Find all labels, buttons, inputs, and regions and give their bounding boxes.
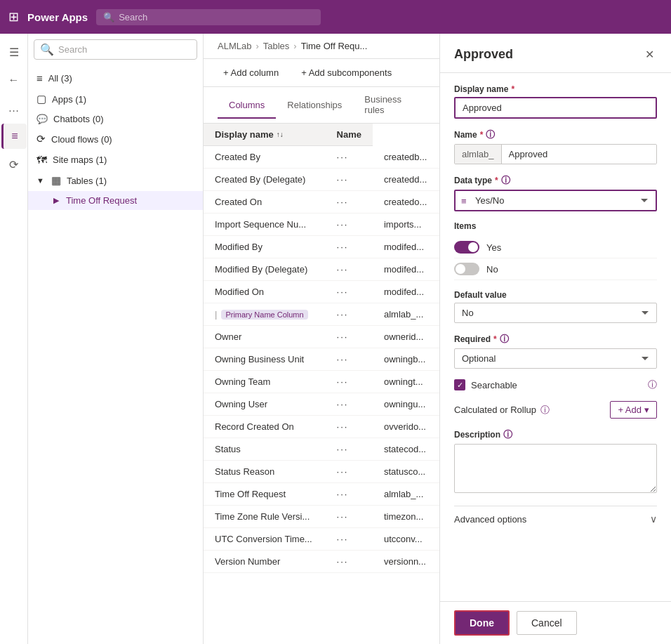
- table-cell-name: statusco...: [373, 461, 439, 483]
- add-calc-button[interactable]: + Add ▾: [610, 401, 657, 419]
- sidebar-item-apps[interactable]: ▢ Apps (1): [28, 88, 203, 110]
- table-cell-dots[interactable]: ···: [326, 236, 373, 258]
- table-cell-dots[interactable]: ···: [326, 326, 373, 348]
- table-cell-display-name: Import Sequence Nu...: [204, 213, 326, 236]
- content-area: ALMLab › Tables › Time Off Requ... + Add…: [204, 34, 439, 644]
- breadcrumb-almlab[interactable]: ALMLab: [218, 41, 251, 51]
- table-cell-dots[interactable]: ···: [326, 483, 373, 506]
- name-info-icon[interactable]: ⓘ: [486, 129, 495, 141]
- topbar-search-input[interactable]: [119, 12, 314, 22]
- toggle-yes-thumb: [468, 242, 478, 252]
- col-header-name[interactable]: Name: [326, 124, 373, 146]
- toggle-no[interactable]: [454, 263, 479, 275]
- sidebar-item-time-off-request[interactable]: ▶ Time Off Request: [28, 191, 203, 210]
- table-cell-dots[interactable]: ···: [326, 258, 373, 281]
- default-value-select[interactable]: No Yes: [454, 303, 657, 323]
- table-row: Created By (Delegate)···createdd...: [204, 169, 439, 191]
- breadcrumb-tables[interactable]: Tables: [263, 41, 290, 51]
- col-header-display-name[interactable]: Display name ↑↓: [204, 124, 326, 146]
- table-cell-dots[interactable]: ···: [326, 461, 373, 483]
- tab-bar: Columns Relationships Business rules: [204, 87, 439, 124]
- breadcrumb-sep1: ›: [255, 41, 258, 51]
- display-name-input[interactable]: [454, 97, 657, 119]
- table-row: Owning Team···owningt...: [204, 371, 439, 393]
- breadcrumb: ALMLab › Tables › Time Off Requ...: [204, 34, 439, 59]
- tab-business-rules[interactable]: Business rules: [353, 87, 425, 124]
- data-type-select[interactable]: Yes/No Text Whole Number Date only Date …: [454, 190, 657, 211]
- toggle-no-row: No: [454, 258, 657, 280]
- table-row: Owning User···owningu...: [204, 393, 439, 416]
- table-container: Display name ↑↓ Name Created By···create…: [204, 124, 439, 644]
- required-asterisk: *: [493, 334, 497, 344]
- table-cell-dots[interactable]: ···: [326, 528, 373, 551]
- add-column-button[interactable]: + Add column: [218, 65, 284, 81]
- sidebar-search-input[interactable]: [58, 44, 191, 55]
- table-cell-dots[interactable]: ···: [326, 551, 373, 573]
- table-cell-dots[interactable]: ···: [326, 438, 373, 461]
- name-input[interactable]: [502, 145, 656, 164]
- sidebar-search-box[interactable]: 🔍: [34, 39, 197, 60]
- table-cell-dots[interactable]: ···: [326, 281, 373, 303]
- cancel-button[interactable]: Cancel: [517, 611, 577, 635]
- table-cell-name: owningu...: [373, 393, 439, 416]
- app-title: Power Apps: [27, 11, 88, 23]
- description-info-icon[interactable]: ⓘ: [503, 428, 512, 441]
- table-cell-name: almlab_...: [373, 483, 439, 506]
- done-button[interactable]: Done: [454, 610, 510, 636]
- sidebar-item-chatbots[interactable]: 💬 Chatbots (0): [28, 110, 203, 129]
- table-cell-dots[interactable]: ···: [326, 506, 373, 528]
- icon-bar-menu[interactable]: ☰: [1, 39, 27, 65]
- icon-bar-dots[interactable]: …: [1, 96, 27, 121]
- table-cell-dots[interactable]: ···: [326, 303, 373, 326]
- table-cell-dots[interactable]: ···: [326, 393, 373, 416]
- table-cell-name: statecod...: [373, 438, 439, 461]
- table-cell-display-name: Modified By: [204, 236, 326, 258]
- required-info-icon[interactable]: ⓘ: [500, 333, 509, 346]
- name-input-group: almlab_: [454, 144, 657, 164]
- description-textarea[interactable]: [454, 444, 657, 493]
- table-cell-dots[interactable]: ···: [326, 416, 373, 438]
- required-select[interactable]: Optional Business Required Business Reco…: [454, 348, 657, 369]
- apps-icon: ▢: [36, 93, 46, 105]
- panel-close-button[interactable]: ✕: [642, 45, 657, 64]
- data-type-info-icon[interactable]: ⓘ: [501, 174, 510, 187]
- icon-bar-history[interactable]: ⟳: [1, 152, 27, 177]
- sidebar-item-tables[interactable]: ▼ ▦ Tables (1): [28, 170, 203, 191]
- searchable-checkbox[interactable]: ✓: [454, 379, 465, 390]
- tab-relationships[interactable]: Relationships: [276, 93, 353, 119]
- table-cell-dots[interactable]: ···: [326, 348, 373, 371]
- panel-body: Display name * Name * ⓘ almlab_: [440, 73, 671, 601]
- icon-bar-list[interactable]: ≡: [1, 124, 27, 149]
- table-cell-display-name: Owning User: [204, 393, 326, 416]
- child-expand-icon: ▶: [53, 196, 59, 205]
- sort-icon: ↑↓: [277, 131, 284, 138]
- icon-bar-back[interactable]: ←: [1, 67, 27, 93]
- sidebar: 🔍 ≡ All (3) ▢ Apps (1) 💬 Chatbots (0) ⟳ …: [28, 34, 204, 644]
- grid-icon[interactable]: ⊞: [8, 9, 19, 25]
- tab-columns[interactable]: Columns: [218, 93, 276, 119]
- sidebar-item-site-maps[interactable]: 🗺 Site maps (1): [28, 150, 203, 170]
- advanced-options-row[interactable]: Advanced options ∨: [454, 506, 657, 532]
- sidebar-item-all[interactable]: ≡ All (3): [28, 68, 203, 88]
- calc-info-icon[interactable]: ⓘ: [540, 404, 550, 416]
- topbar-search-box[interactable]: 🔍: [96, 9, 321, 25]
- table-cell-dots[interactable]: ···: [326, 371, 373, 393]
- toggle-yes[interactable]: [454, 241, 479, 254]
- table-cell-display-name: Modified By (Delegate): [204, 258, 326, 281]
- required-label: Required * ⓘ: [454, 333, 657, 346]
- table-cell-dots[interactable]: ···: [326, 146, 373, 169]
- cloud-flows-icon: ⟳: [36, 133, 46, 145]
- data-type-field-group: Data type * ⓘ ≡ Yes/No Text Whole Number…: [454, 174, 657, 211]
- table-cell-name: createdo...: [373, 191, 439, 213]
- table-cell-dots[interactable]: ···: [326, 213, 373, 236]
- data-type-required: *: [495, 176, 498, 185]
- table-cell-name: almlab_...: [373, 303, 439, 326]
- toggle-yes-label: Yes: [486, 242, 501, 253]
- add-subcomponents-button[interactable]: + Add subcomponents: [295, 65, 397, 81]
- panel-title: Approved: [454, 47, 513, 62]
- table-cell-dots[interactable]: ···: [326, 169, 373, 191]
- table-row: |Primary Name Column···almlab_...: [204, 303, 439, 326]
- sidebar-item-cloud-flows[interactable]: ⟳ Cloud flows (0): [28, 129, 203, 150]
- searchable-info-icon[interactable]: ⓘ: [648, 379, 657, 391]
- table-cell-dots[interactable]: ···: [326, 191, 373, 213]
